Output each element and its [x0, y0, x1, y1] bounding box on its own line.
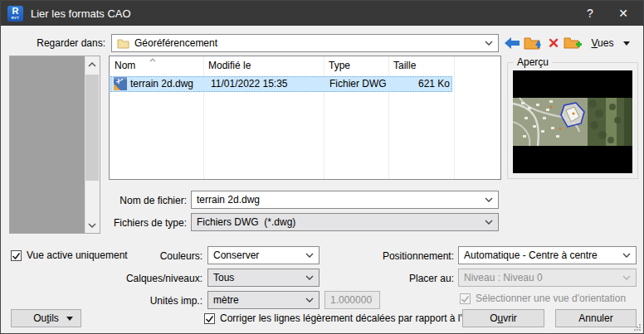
column-separator [203, 56, 204, 179]
file-list: Nom Modifié le Type Taille terrain 2d.dw… [109, 56, 501, 180]
scroll-up-button[interactable] [85, 57, 99, 71]
check-icon [205, 314, 214, 323]
tools-button[interactable]: Outils [11, 309, 81, 327]
file-type-cell: Fichier DWG [329, 77, 388, 91]
chevron-down-icon [622, 275, 631, 280]
back-button[interactable] [502, 34, 522, 52]
units-label: Unités imp.: [100, 295, 202, 307]
folder-icon [117, 38, 129, 49]
back-arrow-icon [504, 36, 520, 50]
column-separator [388, 56, 389, 179]
new-folder-icon [564, 36, 582, 51]
close-button[interactable]: ✕ [607, 1, 640, 26]
file-modified-cell: 11/01/2022 15:35 [211, 77, 323, 91]
window-title: Lier les formats CAO [31, 7, 131, 20]
layers-combo[interactable]: Tous [207, 269, 320, 287]
folder-up-icon [524, 36, 542, 51]
preview-label: Aperçu [514, 56, 552, 68]
chevron-down-icon [305, 275, 314, 280]
views-label: Vues [592, 37, 614, 49]
positioning-label: Positionnement: [349, 250, 454, 262]
check-icon [12, 251, 21, 260]
open-label: Ouvrir [490, 312, 517, 324]
positioning-combo[interactable]: Automatique - Centre à centre [458, 246, 637, 264]
column-separator [324, 56, 324, 179]
revit-logo-icon: RRVT [7, 6, 23, 22]
scroll-up-icon [88, 62, 96, 67]
new-folder-button[interactable] [563, 34, 583, 52]
open-button[interactable]: Ouvrir [462, 309, 544, 327]
scroll-thumb[interactable] [85, 75, 99, 181]
dwg-file-icon [114, 77, 127, 90]
file-type-combo[interactable]: Fichiers DWG (*.dwg) [191, 213, 499, 231]
place-at-label: Placer au: [349, 273, 454, 284]
file-size-cell: 621 Ko [390, 77, 450, 91]
delete-x-icon: ✕ [548, 35, 559, 52]
places-bar [9, 56, 100, 234]
aerial-preview-thumbnail [513, 70, 632, 173]
file-name-combo[interactable]: terrain 2d.dwg [191, 191, 499, 209]
file-type-label: Fichiers de type: [84, 217, 187, 229]
correct-lines-checkbox[interactable]: Corriger les lignes légèrement décalées … [204, 312, 478, 324]
chevron-down-icon [485, 197, 493, 202]
column-header-nom[interactable]: Nom [110, 56, 203, 75]
delete-button[interactable]: ✕ [544, 34, 563, 52]
link-cad-formats-dialog: RRVT Lier les formats CAO ? ✕ Regarder d… [0, 0, 644, 334]
tools-label: Outils [33, 312, 59, 324]
chevron-down-icon [485, 41, 493, 46]
file-name-cell: terrain 2d.dwg [130, 77, 203, 91]
place-at-combo: Niveau : Niveau 0 [458, 269, 637, 287]
orientation-view-checkbox: Sélectionner une vue d'orientation [460, 293, 626, 304]
colors-label: Couleurs: [100, 250, 202, 262]
places-scrollbar[interactable] [85, 56, 100, 233]
column-header-modifie[interactable]: Modifié le [203, 56, 324, 75]
look-in-combo[interactable]: Géoréférencement [111, 34, 499, 52]
resize-grip[interactable] [633, 323, 642, 332]
column-header-type[interactable]: Type [324, 56, 388, 75]
column-header-taille[interactable]: Taille [388, 56, 454, 75]
tools-dropdown-icon [66, 317, 73, 321]
up-one-level-button[interactable] [523, 34, 543, 52]
cancel-button[interactable]: Annuler [555, 309, 637, 327]
unit-factor-input: 1.000000 [324, 291, 380, 309]
preview-group: Aperçu [507, 62, 638, 179]
views-button[interactable]: Vues [585, 34, 637, 52]
checkbox-box [11, 250, 22, 261]
chevron-down-icon [305, 253, 314, 258]
look-in-value: Géoréférencement [134, 37, 217, 49]
check-icon [461, 294, 470, 303]
checkbox-box [460, 293, 471, 304]
column-separator [454, 56, 455, 179]
chevron-down-icon [622, 253, 631, 258]
look-in-label: Regarder dans: [7, 37, 105, 49]
units-combo[interactable]: mètre [207, 291, 320, 309]
title-bar: RRVT Lier les formats CAO ? ✕ [1, 1, 643, 26]
chevron-down-icon [305, 298, 314, 303]
layers-label: Calques/niveaux: [100, 273, 202, 284]
colors-combo[interactable]: Conserver [207, 246, 320, 264]
chevron-down-icon [485, 220, 493, 225]
checkbox-box [204, 313, 215, 324]
file-name-label: Nom de fichier: [84, 195, 187, 206]
file-row[interactable]: terrain 2d.dwg 11/01/2022 15:35 Fichier … [110, 76, 452, 92]
help-button[interactable]: ? [573, 1, 607, 26]
views-dropdown-icon [623, 41, 630, 46]
